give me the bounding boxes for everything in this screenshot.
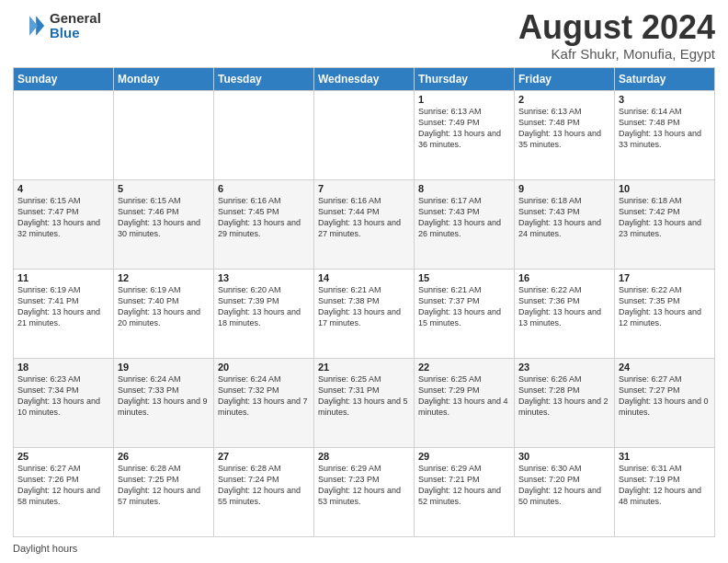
day-content: Sunrise: 6:17 AM Sunset: 7:43 PM Dayligh… [418, 195, 510, 240]
calendar-cell: 31Sunrise: 6:31 AM Sunset: 7:19 PM Dayli… [615, 447, 715, 536]
calendar-cell: 3Sunrise: 6:14 AM Sunset: 7:48 PM Daylig… [615, 90, 715, 179]
day-content: Sunrise: 6:19 AM Sunset: 7:40 PM Dayligh… [118, 284, 210, 329]
day-content: Sunrise: 6:27 AM Sunset: 7:26 PM Dayligh… [17, 463, 109, 508]
day-content: Sunrise: 6:22 AM Sunset: 7:36 PM Dayligh… [518, 284, 610, 329]
footer: Daylight hours [13, 543, 715, 554]
logo-text: General Blue [50, 11, 101, 41]
calendar-week-row: 4Sunrise: 6:15 AM Sunset: 7:47 PM Daylig… [14, 179, 715, 269]
day-content: Sunrise: 6:22 AM Sunset: 7:35 PM Dayligh… [619, 284, 711, 329]
calendar-cell: 19Sunrise: 6:24 AM Sunset: 7:33 PM Dayli… [114, 358, 214, 447]
calendar-cell: 22Sunrise: 6:25 AM Sunset: 7:29 PM Dayli… [415, 358, 515, 447]
calendar-cell: 1Sunrise: 6:13 AM Sunset: 7:49 PM Daylig… [415, 90, 515, 179]
page: General Blue August 2024 Kafr Shukr, Mon… [0, 0, 728, 563]
day-content: Sunrise: 6:21 AM Sunset: 7:37 PM Dayligh… [418, 284, 510, 329]
day-number: 9 [518, 183, 610, 194]
calendar-cell: 6Sunrise: 6:16 AM Sunset: 7:45 PM Daylig… [214, 179, 314, 269]
day-header-friday: Friday [515, 67, 615, 90]
day-number: 12 [118, 272, 210, 283]
calendar-cell [214, 90, 314, 179]
calendar-table: SundayMondayTuesdayWednesdayThursdayFrid… [13, 67, 715, 537]
day-number: 15 [418, 272, 510, 283]
day-content: Sunrise: 6:20 AM Sunset: 7:39 PM Dayligh… [218, 284, 310, 329]
calendar-cell: 5Sunrise: 6:15 AM Sunset: 7:46 PM Daylig… [114, 179, 214, 269]
calendar-cell: 26Sunrise: 6:28 AM Sunset: 7:25 PM Dayli… [114, 447, 214, 536]
day-content: Sunrise: 6:16 AM Sunset: 7:45 PM Dayligh… [218, 195, 310, 240]
day-number: 2 [518, 94, 610, 105]
day-header-sunday: Sunday [14, 67, 114, 90]
calendar-cell: 13Sunrise: 6:20 AM Sunset: 7:39 PM Dayli… [214, 269, 314, 358]
day-content: Sunrise: 6:23 AM Sunset: 7:34 PM Dayligh… [17, 373, 109, 419]
calendar-cell: 28Sunrise: 6:29 AM Sunset: 7:23 PM Dayli… [314, 447, 415, 536]
day-content: Sunrise: 6:14 AM Sunset: 7:48 PM Dayligh… [619, 106, 711, 151]
day-content: Sunrise: 6:19 AM Sunset: 7:41 PM Dayligh… [17, 284, 109, 329]
day-number: 14 [318, 272, 410, 283]
day-content: Sunrise: 6:13 AM Sunset: 7:49 PM Dayligh… [418, 106, 510, 151]
day-header-thursday: Thursday [415, 67, 515, 90]
day-number: 19 [118, 362, 210, 373]
calendar-cell: 17Sunrise: 6:22 AM Sunset: 7:35 PM Dayli… [615, 269, 715, 358]
day-number: 7 [318, 183, 410, 194]
day-number: 27 [218, 451, 310, 462]
day-number: 6 [218, 183, 310, 194]
day-content: Sunrise: 6:28 AM Sunset: 7:24 PM Dayligh… [218, 463, 310, 508]
day-content: Sunrise: 6:29 AM Sunset: 7:23 PM Dayligh… [318, 463, 410, 508]
day-header-monday: Monday [114, 67, 214, 90]
calendar-cell: 25Sunrise: 6:27 AM Sunset: 7:26 PM Dayli… [14, 447, 114, 536]
calendar-cell: 16Sunrise: 6:22 AM Sunset: 7:36 PM Dayli… [515, 269, 615, 358]
calendar-cell: 29Sunrise: 6:29 AM Sunset: 7:21 PM Dayli… [415, 447, 515, 536]
day-content: Sunrise: 6:21 AM Sunset: 7:38 PM Dayligh… [318, 284, 410, 329]
day-content: Sunrise: 6:15 AM Sunset: 7:46 PM Dayligh… [118, 195, 210, 240]
calendar-cell: 2Sunrise: 6:13 AM Sunset: 7:48 PM Daylig… [515, 90, 615, 179]
day-number: 4 [17, 183, 109, 194]
logo-icon [13, 9, 46, 42]
day-number: 16 [518, 272, 610, 283]
day-number: 18 [17, 362, 109, 373]
logo-general: General [50, 11, 101, 27]
day-number: 1 [418, 94, 510, 105]
day-number: 10 [619, 183, 711, 194]
day-header-saturday: Saturday [615, 67, 715, 90]
day-number: 24 [619, 362, 711, 373]
calendar-cell: 18Sunrise: 6:23 AM Sunset: 7:34 PM Dayli… [14, 358, 114, 447]
calendar-cell: 30Sunrise: 6:30 AM Sunset: 7:20 PM Dayli… [515, 447, 615, 536]
day-content: Sunrise: 6:28 AM Sunset: 7:25 PM Dayligh… [118, 463, 210, 508]
calendar-cell: 21Sunrise: 6:25 AM Sunset: 7:31 PM Dayli… [314, 358, 415, 447]
calendar-week-row: 25Sunrise: 6:27 AM Sunset: 7:26 PM Dayli… [14, 447, 715, 536]
footer-label: Daylight hours [13, 543, 77, 554]
day-number: 30 [518, 451, 610, 462]
day-number: 13 [218, 272, 310, 283]
day-number: 5 [118, 183, 210, 194]
calendar-header-row: SundayMondayTuesdayWednesdayThursdayFrid… [14, 67, 715, 90]
day-content: Sunrise: 6:24 AM Sunset: 7:32 PM Dayligh… [218, 373, 310, 419]
calendar-cell: 27Sunrise: 6:28 AM Sunset: 7:24 PM Dayli… [214, 447, 314, 536]
calendar-cell: 11Sunrise: 6:19 AM Sunset: 7:41 PM Dayli… [14, 269, 114, 358]
day-content: Sunrise: 6:26 AM Sunset: 7:28 PM Dayligh… [518, 373, 610, 419]
day-number: 29 [418, 451, 510, 462]
main-title: August 2024 [518, 9, 715, 46]
day-number: 23 [518, 362, 610, 373]
calendar-cell: 10Sunrise: 6:18 AM Sunset: 7:42 PM Dayli… [615, 179, 715, 269]
logo-blue: Blue [50, 26, 101, 41]
day-number: 31 [619, 451, 711, 462]
calendar-cell [114, 90, 214, 179]
calendar-cell: 23Sunrise: 6:26 AM Sunset: 7:28 PM Dayli… [515, 358, 615, 447]
calendar-week-row: 1Sunrise: 6:13 AM Sunset: 7:49 PM Daylig… [14, 90, 715, 179]
calendar-cell: 20Sunrise: 6:24 AM Sunset: 7:32 PM Dayli… [214, 358, 314, 447]
day-number: 3 [619, 94, 711, 105]
day-content: Sunrise: 6:27 AM Sunset: 7:27 PM Dayligh… [619, 373, 711, 419]
title-block: August 2024 Kafr Shukr, Monufia, Egypt [518, 9, 715, 62]
day-content: Sunrise: 6:15 AM Sunset: 7:47 PM Dayligh… [17, 195, 109, 240]
day-number: 28 [318, 451, 410, 462]
day-number: 11 [17, 272, 109, 283]
calendar-cell [14, 90, 114, 179]
day-content: Sunrise: 6:16 AM Sunset: 7:44 PM Dayligh… [318, 195, 410, 240]
day-content: Sunrise: 6:25 AM Sunset: 7:31 PM Dayligh… [318, 373, 410, 419]
calendar-cell: 12Sunrise: 6:19 AM Sunset: 7:40 PM Dayli… [114, 269, 214, 358]
calendar-week-row: 11Sunrise: 6:19 AM Sunset: 7:41 PM Dayli… [14, 269, 715, 358]
day-content: Sunrise: 6:18 AM Sunset: 7:43 PM Dayligh… [518, 195, 610, 240]
day-content: Sunrise: 6:31 AM Sunset: 7:19 PM Dayligh… [619, 463, 711, 508]
day-header-tuesday: Tuesday [214, 67, 314, 90]
calendar-cell: 9Sunrise: 6:18 AM Sunset: 7:43 PM Daylig… [515, 179, 615, 269]
calendar-cell: 8Sunrise: 6:17 AM Sunset: 7:43 PM Daylig… [415, 179, 515, 269]
day-content: Sunrise: 6:30 AM Sunset: 7:20 PM Dayligh… [518, 463, 610, 508]
